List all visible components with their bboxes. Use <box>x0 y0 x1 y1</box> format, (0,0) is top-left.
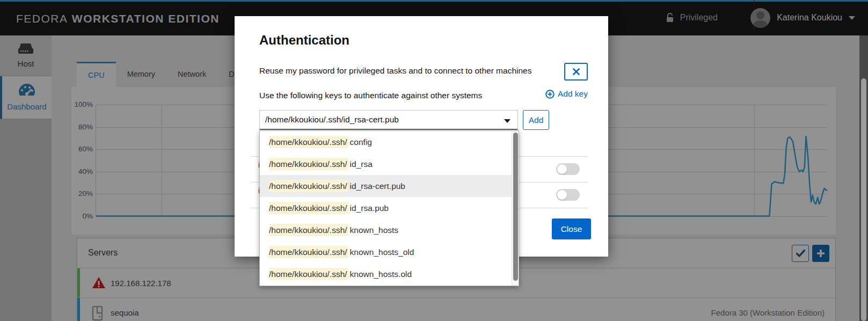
path-prefix-highlight: /home/kkoukiou/.ssh/ <box>269 268 348 280</box>
file-name: known_hosts.old <box>350 269 412 279</box>
key-enabled-toggle[interactable] <box>556 189 580 201</box>
plus-circle-icon <box>545 90 555 99</box>
dropdown-option[interactable]: /home/kkoukiou/.ssh/id_rsa.pub <box>260 197 512 219</box>
key-enabled-toggle[interactable] <box>556 163 580 175</box>
key-file-select[interactable]: /home/kkoukiou/.ssh/id_rsa-cert.pub <box>259 110 518 130</box>
add-key-link[interactable]: Add key <box>545 89 588 99</box>
dropdown-option[interactable]: /home/kkoukiou/.ssh/known_hosts_old <box>260 241 512 263</box>
path-prefix-highlight: /home/kkoukiou/.ssh/ <box>269 246 348 258</box>
path-prefix-highlight: /home/kkoukiou/.ssh/ <box>269 224 348 236</box>
dialog-title: Authentication <box>259 33 349 48</box>
reuse-password-label: Reuse my password for privileged tasks a… <box>259 66 531 76</box>
caret-down-icon <box>504 119 510 123</box>
dropdown-option[interactable]: /home/kkoukiou/.ssh/known_hosts.old <box>260 263 512 285</box>
dropdown-scrollbar-thumb[interactable] <box>513 133 518 281</box>
file-name: id_rsa <box>350 159 373 169</box>
page-scrollbar-thumb[interactable] <box>861 78 866 321</box>
reuse-password-toggle-checkbox[interactable] <box>564 63 588 81</box>
path-prefix-highlight: /home/kkoukiou/.ssh/ <box>269 180 348 192</box>
dropdown-option-selected[interactable]: /home/kkoukiou/.ssh/id_rsa-cert.pub <box>260 175 512 197</box>
path-prefix-highlight: /home/kkoukiou/.ssh/ <box>269 158 348 170</box>
key-file-option-list: /home/kkoukiou/.ssh/config /home/kkoukio… <box>260 131 512 286</box>
file-name: known_hosts <box>350 225 398 235</box>
add-key-label: Add key <box>558 89 588 99</box>
file-name: config <box>350 137 372 147</box>
page-scrollbar[interactable] <box>859 35 868 321</box>
key-file-select-value: /home/kkoukiou/.ssh/id_rsa-cert.pub <box>265 115 399 125</box>
file-name: id_rsa.pub <box>350 203 389 213</box>
key-file-dropdown-menu: /home/kkoukiou/.ssh/config /home/kkoukio… <box>259 130 519 286</box>
dropdown-option[interactable]: /home/kkoukiou/.ssh/id_rsa <box>260 153 512 175</box>
add-key-file-button[interactable]: Add <box>523 110 549 130</box>
path-prefix-highlight: /home/kkoukiou/.ssh/ <box>269 202 348 214</box>
file-name: id_rsa-cert.pub <box>350 181 405 191</box>
close-button[interactable]: Close <box>552 218 591 239</box>
x-mark-icon <box>573 68 580 75</box>
path-prefix-highlight: /home/kkoukiou/.ssh/ <box>269 136 348 148</box>
dropdown-option[interactable]: /home/kkoukiou/.ssh/config <box>260 131 512 153</box>
use-keys-label: Use the following keys to authenticate a… <box>259 91 482 100</box>
dropdown-option[interactable]: /home/kkoukiou/.ssh/known_hosts <box>260 219 512 241</box>
dropdown-scrollbar[interactable] <box>512 131 519 286</box>
file-name: known_hosts_old <box>350 247 414 257</box>
